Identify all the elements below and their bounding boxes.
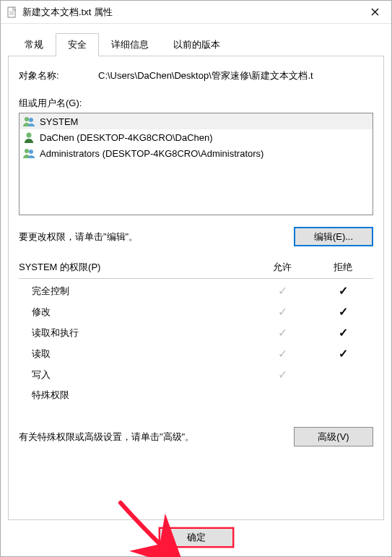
- permission-name: 修改: [32, 306, 252, 319]
- svg-point-10: [29, 150, 33, 154]
- group-icon: [22, 147, 35, 160]
- titlebar: 新建文本文档.txt 属性: [1, 1, 391, 24]
- ok-button[interactable]: 确定: [159, 527, 234, 548]
- dialog-footer: 确定: [8, 520, 384, 557]
- permission-name: 特殊权限: [32, 389, 252, 402]
- tab-previous-versions[interactable]: 以前的版本: [161, 33, 232, 56]
- deny-column-header: 拒绝: [313, 261, 373, 274]
- permission-row: 特殊权限: [19, 385, 373, 405]
- allow-column-header: 允许: [252, 261, 313, 274]
- allow-check-icon: ✓: [252, 284, 313, 298]
- allow-check-icon: ✓: [252, 347, 313, 360]
- allow-check-icon: ✓: [252, 368, 313, 381]
- list-item[interactable]: SYSTEM: [19, 113, 373, 129]
- user-name: DaChen (DESKTOP-4KG8CRO\DaChen): [40, 132, 213, 143]
- deny-check-icon: ✓: [313, 284, 373, 298]
- security-tab-panel: 对象名称: C:\Users\DaChen\Desktop\管家速修\新建文本文…: [8, 56, 384, 520]
- properties-dialog: 新建文本文档.txt 属性 常规 安全 详细信息 以前的版本 对象名称: C:\…: [0, 0, 392, 557]
- deny-check-icon: ✓: [313, 347, 373, 360]
- permission-name: 写入: [32, 368, 252, 381]
- permissions-title: SYSTEM 的权限(P): [19, 261, 252, 274]
- user-name: Administrators (DESKTOP-4KG8CRO\Administ…: [40, 148, 263, 159]
- edit-hint: 要更改权限，请单击"编辑"。: [19, 230, 294, 243]
- permissions-header: SYSTEM 的权限(P) 允许 拒绝: [19, 259, 373, 278]
- permissions-list: 完全控制✓✓修改✓✓读取和执行✓✓读取✓✓写入✓特殊权限: [19, 280, 373, 405]
- permission-row: 修改✓✓: [19, 301, 373, 322]
- allow-check-icon: ✓: [252, 326, 313, 340]
- allow-check-icon: ✓: [252, 305, 313, 319]
- object-path: C:\Users\DaChen\Desktop\管家速修\新建文本文档.t: [98, 69, 373, 82]
- svg-point-7: [29, 118, 33, 122]
- close-button[interactable]: [358, 1, 391, 24]
- permission-name: 完全控制: [32, 285, 252, 298]
- svg-point-9: [25, 149, 29, 153]
- content-area: 常规 安全 详细信息 以前的版本 对象名称: C:\Users\DaChen\D…: [1, 24, 391, 557]
- permission-row: 写入✓: [19, 364, 373, 385]
- tab-strip: 常规 安全 详细信息 以前的版本: [8, 33, 384, 56]
- tab-details[interactable]: 详细信息: [99, 33, 161, 56]
- list-item[interactable]: Administrators (DESKTOP-4KG8CRO\Administ…: [19, 145, 373, 161]
- divider: [19, 278, 373, 279]
- permission-row: 读取和执行✓✓: [19, 322, 373, 343]
- svg-rect-0: [8, 7, 15, 17]
- window-title: 新建文本文档.txt 属性: [22, 6, 358, 19]
- advanced-hint: 有关特殊权限或高级设置，请单击"高级"。: [19, 431, 294, 444]
- permission-name: 读取和执行: [32, 327, 252, 340]
- deny-check-icon: ✓: [313, 305, 373, 319]
- list-item[interactable]: DaChen (DESKTOP-4KG8CRO\DaChen): [19, 129, 373, 145]
- deny-check-icon: ✓: [313, 326, 373, 340]
- edit-button[interactable]: 编辑(E)...: [294, 227, 373, 246]
- tab-security[interactable]: 安全: [56, 33, 99, 56]
- group-icon: [22, 115, 35, 128]
- user-name: SYSTEM: [40, 116, 78, 127]
- permission-row: 完全控制✓✓: [19, 280, 373, 301]
- permission-row: 读取✓✓: [19, 343, 373, 364]
- svg-point-8: [27, 133, 32, 138]
- users-listbox[interactable]: SYSTEM DaChen (DESKTOP-4KG8CRO\DaChen) A…: [19, 113, 373, 215]
- user-icon: [22, 131, 35, 144]
- object-name-label: 对象名称:: [19, 69, 98, 82]
- svg-point-6: [25, 117, 29, 121]
- file-icon: [6, 7, 18, 18]
- advanced-button[interactable]: 高级(V): [294, 427, 373, 446]
- group-or-users-label: 组或用户名(G):: [19, 97, 373, 110]
- tab-general[interactable]: 常规: [12, 33, 56, 56]
- permission-name: 读取: [32, 347, 252, 360]
